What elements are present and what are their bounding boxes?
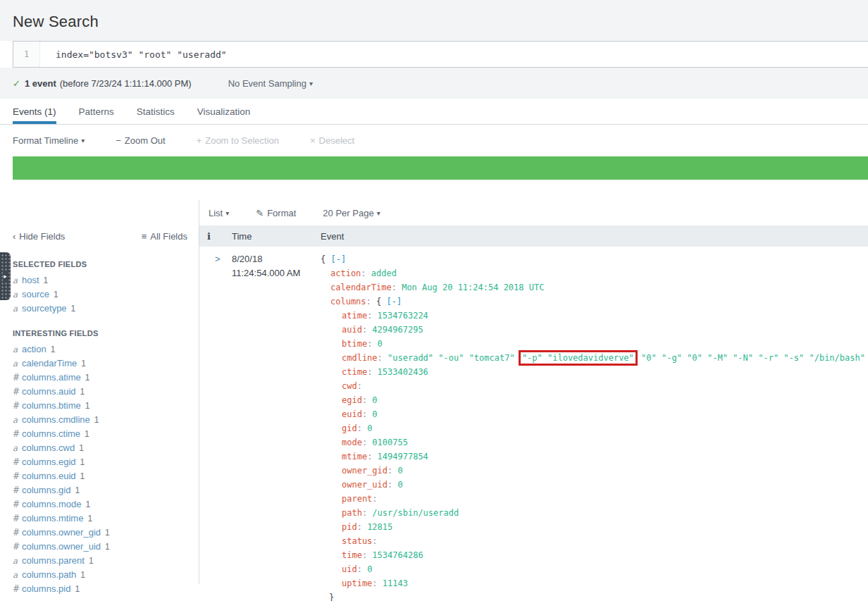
field-value-count: 1 xyxy=(51,345,56,354)
field-name-link[interactable]: columns.cwd xyxy=(22,442,75,453)
field-item[interactable]: #columns.euid1 xyxy=(0,469,199,483)
field-item[interactable]: asource1 xyxy=(0,287,199,302)
fields-sidebar-header: ‹Hide Fields ≡All Fields xyxy=(0,225,199,247)
field-item[interactable]: #columns.egid1 xyxy=(0,455,199,469)
field-name-link[interactable]: columns.pid xyxy=(22,583,70,594)
json-value: 12815 xyxy=(367,522,392,532)
field-name-link[interactable]: columns.euid xyxy=(22,471,76,481)
field-name-link[interactable]: calendarTime xyxy=(22,358,77,368)
json-field-line: pid: 12815 xyxy=(321,520,868,534)
field-type-icon: a xyxy=(13,302,22,316)
tab-patterns[interactable]: Patterns xyxy=(79,106,114,124)
field-name-link[interactable]: columns.btime xyxy=(22,400,81,411)
field-item[interactable]: asourcetype1 xyxy=(0,302,199,316)
interesting-fields-title: INTERESTING FIELDS xyxy=(13,329,199,337)
all-fields-label: All Fields xyxy=(150,231,187,242)
search-bar[interactable]: 1 index="botsv3" "root" "useradd" xyxy=(13,41,868,68)
field-name-link[interactable]: columns.owner_uid xyxy=(22,541,101,552)
zoom-out-button[interactable]: −Zoom Out xyxy=(116,135,165,146)
field-name-link[interactable]: columns.parent xyxy=(22,555,85,566)
timeline-histogram-bar[interactable] xyxy=(13,156,868,180)
field-item[interactable]: acolumns.parent1 xyxy=(0,554,199,568)
field-name-link[interactable]: columns.egid xyxy=(22,457,76,467)
per-page-dropdown[interactable]: 20 Per Page▾ xyxy=(323,208,380,218)
field-item[interactable]: #columns.mode1 xyxy=(0,497,199,512)
deselect-button[interactable]: ×Deselect xyxy=(310,135,354,146)
field-item[interactable]: #columns.gid1 xyxy=(0,483,199,497)
field-item[interactable]: acalendarTime1 xyxy=(0,357,199,371)
field-item[interactable]: #columns.owner_gid1 xyxy=(0,526,199,540)
field-item[interactable]: acolumns.path1 xyxy=(0,568,199,582)
field-name-link[interactable]: columns.mtime xyxy=(22,513,83,523)
tab-visualization[interactable]: Visualization xyxy=(197,106,251,124)
pencil-icon: ✎ xyxy=(256,208,264,218)
json-value: "0" "-g" "0" "-M" "-N" "-r" "-s" "/bin/b… xyxy=(636,353,865,363)
field-name-link[interactable]: columns.auid xyxy=(22,386,76,397)
json-key: btime xyxy=(342,339,367,349)
hide-fields-button[interactable]: ‹Hide Fields xyxy=(13,231,65,242)
json-field-line: cwd: xyxy=(321,379,868,393)
field-name-link[interactable]: action xyxy=(22,344,46,354)
field-item[interactable]: aaction1 xyxy=(0,342,199,357)
field-value-count: 1 xyxy=(71,304,76,314)
field-type-icon: # xyxy=(13,497,22,512)
search-status-bar: ✓ 1 event (before 7/23/24 1:11:14.000 PM… xyxy=(0,68,868,99)
field-value-count: 1 xyxy=(80,387,85,397)
field-name-link[interactable]: columns.mode xyxy=(22,499,82,509)
event-sampling-dropdown[interactable]: No Event Sampling▾ xyxy=(228,78,313,89)
event-sampling-label: No Event Sampling xyxy=(228,78,306,89)
field-name-link[interactable]: columns.cmdline xyxy=(22,414,90,425)
time-range-note: (before 7/23/24 1:11:14.000 PM) xyxy=(60,78,192,89)
format-timeline-dropdown[interactable]: Format Timeline▾ xyxy=(13,135,85,146)
field-name-link[interactable]: columns.path xyxy=(22,569,76,580)
collapse-json-link[interactable]: [-] xyxy=(330,254,346,264)
field-item[interactable]: #columns.mtime1 xyxy=(0,512,199,526)
list-view-dropdown[interactable]: List▾ xyxy=(209,208,229,218)
json-key: status xyxy=(342,536,372,546)
field-name-link[interactable]: columns.ctime xyxy=(22,428,80,439)
field-item[interactable]: #columns.ctime1 xyxy=(0,427,199,441)
field-type-icon: a xyxy=(13,273,22,287)
field-item[interactable]: acolumns.cwd1 xyxy=(0,441,199,455)
field-item[interactable]: #columns.pid1 xyxy=(0,582,199,596)
collapse-json-link[interactable]: [-] xyxy=(387,297,402,306)
tab-statistics[interactable]: Statistics xyxy=(137,106,175,124)
field-type-icon: # xyxy=(13,469,22,483)
field-value-count: 1 xyxy=(79,443,84,453)
event-date: 8/20/18 xyxy=(232,252,321,266)
field-name-link[interactable]: columns.gid xyxy=(22,485,70,495)
field-type-icon: a xyxy=(13,342,22,357)
json-columns-fields-b: ctime: 1533402436 cwd: egid: 0 euid: 0 xyxy=(321,365,868,590)
field-name-link[interactable]: columns.atime xyxy=(22,372,81,383)
field-item[interactable]: #columns.owner_uid1 xyxy=(0,540,199,554)
field-item[interactable]: #columns.atime1 xyxy=(0,371,199,385)
format-button[interactable]: ✎Format xyxy=(256,208,296,218)
json-key: time xyxy=(342,550,362,560)
plus-icon: + xyxy=(197,135,202,146)
json-field-line: time: 1534764286 xyxy=(321,548,868,562)
field-name-link[interactable]: columns.owner_gid xyxy=(22,527,101,538)
all-fields-button[interactable]: ≡All Fields xyxy=(142,231,187,242)
sidebar-collapse-handle[interactable]: ▸ xyxy=(0,252,11,300)
field-name-link[interactable]: source xyxy=(22,289,49,299)
field-item[interactable]: ahost1 xyxy=(0,273,199,287)
field-type-icon: a xyxy=(13,287,22,302)
zoom-to-selection-label: Zoom to Selection xyxy=(205,135,279,146)
search-input[interactable]: index="botsv3" "root" "useradd" xyxy=(40,42,868,67)
expand-event-chevron[interactable]: > xyxy=(207,254,221,264)
field-type-icon: # xyxy=(13,371,22,385)
field-item[interactable]: #columns.btime1 xyxy=(0,399,199,413)
json-close-line: } xyxy=(321,590,868,601)
field-item[interactable]: acolumns.cmdline1 xyxy=(0,413,199,427)
json-top-fields: action: added calendarTime: Mon Aug 20 1… xyxy=(321,266,868,295)
zoom-to-selection-button[interactable]: +Zoom to Selection xyxy=(197,135,279,146)
fields-sidebar: ‹Hide Fields ≡All Fields ▸ SELECTED FIEL… xyxy=(0,200,199,584)
sidebar-spacer xyxy=(0,200,199,225)
field-value-count: 1 xyxy=(80,471,85,481)
json-field-line: mode: 0100755 xyxy=(321,435,868,450)
field-name-link[interactable]: sourcetype xyxy=(22,303,67,314)
field-name-link[interactable]: host xyxy=(22,275,39,285)
field-type-icon: # xyxy=(13,512,22,526)
tab-events[interactable]: Events (1) xyxy=(13,106,56,124)
field-item[interactable]: #columns.auid1 xyxy=(0,385,199,399)
